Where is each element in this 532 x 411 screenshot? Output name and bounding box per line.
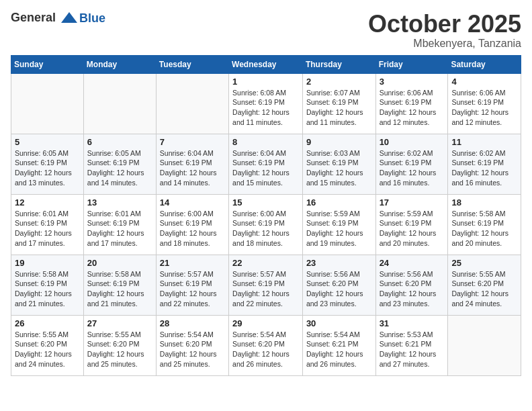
day-number: 6 bbox=[87, 137, 152, 147]
title-block: October 2025 Mbekenyera, Tanzania bbox=[368, 11, 521, 50]
calendar-cell: 2Sunrise: 6:07 AM Sunset: 6:19 PM Daylig… bbox=[302, 73, 375, 134]
logo: General Blue bbox=[11, 11, 105, 26]
day-info: Sunrise: 6:02 AM Sunset: 6:19 PM Dayligh… bbox=[380, 148, 445, 188]
day-info: Sunrise: 5:53 AM Sunset: 6:21 PM Dayligh… bbox=[380, 330, 445, 369]
day-number: 9 bbox=[306, 137, 372, 147]
day-info: Sunrise: 6:00 AM Sunset: 6:19 PM Dayligh… bbox=[160, 209, 225, 248]
svg-marker-0 bbox=[61, 12, 77, 23]
calendar-cell: 24Sunrise: 5:56 AM Sunset: 6:20 PM Dayli… bbox=[375, 255, 448, 315]
calendar-cell: 23Sunrise: 5:56 AM Sunset: 6:20 PM Dayli… bbox=[302, 255, 375, 315]
calendar-cell: 30Sunrise: 5:54 AM Sunset: 6:21 PM Dayli… bbox=[302, 315, 375, 375]
day-info: Sunrise: 5:58 AM Sunset: 6:19 PM Dayligh… bbox=[451, 209, 517, 248]
calendar-cell: 19Sunrise: 5:58 AM Sunset: 6:19 PM Dayli… bbox=[11, 255, 84, 315]
calendar-header-wednesday: Wednesday bbox=[229, 55, 303, 73]
calendar-cell bbox=[448, 315, 521, 375]
day-info: Sunrise: 5:54 AM Sunset: 6:21 PM Dayligh… bbox=[306, 330, 372, 369]
day-info: Sunrise: 5:58 AM Sunset: 6:19 PM Dayligh… bbox=[87, 269, 152, 309]
calendar-cell: 7Sunrise: 6:04 AM Sunset: 6:19 PM Daylig… bbox=[156, 134, 228, 194]
day-number: 5 bbox=[15, 137, 80, 147]
calendar-cell bbox=[83, 73, 156, 134]
day-number: 1 bbox=[232, 77, 299, 87]
calendar-cell: 1Sunrise: 6:08 AM Sunset: 6:19 PM Daylig… bbox=[229, 73, 303, 134]
day-info: Sunrise: 6:02 AM Sunset: 6:19 PM Dayligh… bbox=[451, 148, 517, 188]
calendar-cell: 11Sunrise: 6:02 AM Sunset: 6:19 PM Dayli… bbox=[448, 134, 521, 194]
day-number: 22 bbox=[232, 258, 299, 268]
logo-general: General bbox=[11, 11, 56, 24]
day-info: Sunrise: 5:59 AM Sunset: 6:19 PM Dayligh… bbox=[306, 209, 372, 248]
calendar-header-sunday: Sunday bbox=[11, 55, 84, 73]
calendar-week-row: 5Sunrise: 6:05 AM Sunset: 6:19 PM Daylig… bbox=[11, 134, 521, 194]
calendar-week-row: 12Sunrise: 6:01 AM Sunset: 6:19 PM Dayli… bbox=[11, 194, 521, 255]
calendar-header-friday: Friday bbox=[375, 55, 448, 73]
calendar-cell bbox=[11, 73, 84, 134]
day-number: 11 bbox=[451, 137, 517, 147]
logo-icon bbox=[60, 11, 79, 26]
location-title: Mbekenyera, Tanzania bbox=[368, 38, 521, 50]
day-number: 14 bbox=[160, 197, 225, 208]
calendar-cell: 15Sunrise: 6:00 AM Sunset: 6:19 PM Dayli… bbox=[229, 194, 303, 255]
calendar-cell: 10Sunrise: 6:02 AM Sunset: 6:19 PM Dayli… bbox=[375, 134, 448, 194]
calendar-week-row: 19Sunrise: 5:58 AM Sunset: 6:19 PM Dayli… bbox=[11, 255, 521, 315]
calendar-week-row: 1Sunrise: 6:08 AM Sunset: 6:19 PM Daylig… bbox=[11, 73, 521, 134]
page-header: General Blue October 2025 Mbekenyera, Ta… bbox=[11, 11, 521, 50]
day-number: 7 bbox=[160, 137, 225, 147]
calendar-header-tuesday: Tuesday bbox=[156, 55, 228, 73]
calendar-cell: 4Sunrise: 6:06 AM Sunset: 6:19 PM Daylig… bbox=[448, 73, 521, 134]
day-number: 8 bbox=[232, 137, 299, 147]
day-number: 28 bbox=[160, 318, 225, 328]
day-number: 13 bbox=[87, 197, 152, 208]
day-info: Sunrise: 5:54 AM Sunset: 6:20 PM Dayligh… bbox=[232, 330, 299, 369]
calendar-cell: 26Sunrise: 5:55 AM Sunset: 6:20 PM Dayli… bbox=[11, 315, 84, 375]
day-number: 26 bbox=[15, 318, 80, 328]
day-info: Sunrise: 5:57 AM Sunset: 6:19 PM Dayligh… bbox=[160, 269, 225, 309]
day-info: Sunrise: 6:03 AM Sunset: 6:19 PM Dayligh… bbox=[306, 148, 372, 188]
day-number: 27 bbox=[87, 318, 152, 328]
day-info: Sunrise: 6:05 AM Sunset: 6:19 PM Dayligh… bbox=[87, 148, 152, 188]
day-info: Sunrise: 5:55 AM Sunset: 6:20 PM Dayligh… bbox=[15, 330, 80, 369]
calendar-cell: 21Sunrise: 5:57 AM Sunset: 6:19 PM Dayli… bbox=[156, 255, 228, 315]
calendar-cell: 28Sunrise: 5:54 AM Sunset: 6:20 PM Dayli… bbox=[156, 315, 228, 375]
day-number: 29 bbox=[232, 318, 299, 328]
calendar-cell: 31Sunrise: 5:53 AM Sunset: 6:21 PM Dayli… bbox=[375, 315, 448, 375]
day-info: Sunrise: 5:54 AM Sunset: 6:20 PM Dayligh… bbox=[160, 330, 225, 369]
calendar-header-monday: Monday bbox=[83, 55, 156, 73]
day-info: Sunrise: 6:00 AM Sunset: 6:19 PM Dayligh… bbox=[232, 209, 299, 248]
day-number: 18 bbox=[451, 197, 517, 208]
day-info: Sunrise: 5:56 AM Sunset: 6:20 PM Dayligh… bbox=[380, 269, 445, 309]
logo-blue: Blue bbox=[79, 11, 105, 26]
day-info: Sunrise: 6:01 AM Sunset: 6:19 PM Dayligh… bbox=[87, 209, 152, 248]
logo-text: General bbox=[11, 11, 79, 26]
day-number: 4 bbox=[451, 77, 517, 87]
day-number: 3 bbox=[380, 77, 445, 87]
day-number: 19 bbox=[15, 258, 80, 268]
day-number: 20 bbox=[87, 258, 152, 268]
calendar-cell: 18Sunrise: 5:58 AM Sunset: 6:19 PM Dayli… bbox=[448, 194, 521, 255]
day-number: 25 bbox=[451, 258, 517, 268]
day-number: 2 bbox=[306, 77, 372, 87]
day-number: 30 bbox=[306, 318, 372, 328]
day-info: Sunrise: 6:01 AM Sunset: 6:19 PM Dayligh… bbox=[15, 209, 80, 248]
calendar-header-row: SundayMondayTuesdayWednesdayThursdayFrid… bbox=[11, 55, 521, 73]
day-number: 21 bbox=[160, 258, 225, 268]
day-info: Sunrise: 5:55 AM Sunset: 6:20 PM Dayligh… bbox=[451, 269, 517, 309]
day-number: 12 bbox=[15, 197, 80, 208]
calendar-cell: 9Sunrise: 6:03 AM Sunset: 6:19 PM Daylig… bbox=[302, 134, 375, 194]
calendar-cell: 14Sunrise: 6:00 AM Sunset: 6:19 PM Dayli… bbox=[156, 194, 228, 255]
calendar-cell: 29Sunrise: 5:54 AM Sunset: 6:20 PM Dayli… bbox=[229, 315, 303, 375]
calendar-cell: 12Sunrise: 6:01 AM Sunset: 6:19 PM Dayli… bbox=[11, 194, 84, 255]
calendar-cell: 6Sunrise: 6:05 AM Sunset: 6:19 PM Daylig… bbox=[83, 134, 156, 194]
calendar-table: SundayMondayTuesdayWednesdayThursdayFrid… bbox=[11, 55, 521, 376]
day-info: Sunrise: 6:07 AM Sunset: 6:19 PM Dayligh… bbox=[306, 88, 372, 128]
day-info: Sunrise: 6:04 AM Sunset: 6:19 PM Dayligh… bbox=[232, 148, 299, 188]
day-info: Sunrise: 6:06 AM Sunset: 6:19 PM Dayligh… bbox=[451, 88, 517, 128]
calendar-cell: 22Sunrise: 5:57 AM Sunset: 6:19 PM Dayli… bbox=[229, 255, 303, 315]
day-number: 31 bbox=[380, 318, 445, 328]
calendar-cell: 3Sunrise: 6:06 AM Sunset: 6:19 PM Daylig… bbox=[375, 73, 448, 134]
calendar-cell: 13Sunrise: 6:01 AM Sunset: 6:19 PM Dayli… bbox=[83, 194, 156, 255]
day-info: Sunrise: 5:56 AM Sunset: 6:20 PM Dayligh… bbox=[306, 269, 372, 309]
month-title: October 2025 bbox=[368, 11, 521, 38]
calendar-cell: 25Sunrise: 5:55 AM Sunset: 6:20 PM Dayli… bbox=[448, 255, 521, 315]
calendar-cell: 27Sunrise: 5:55 AM Sunset: 6:20 PM Dayli… bbox=[83, 315, 156, 375]
calendar-cell: 8Sunrise: 6:04 AM Sunset: 6:19 PM Daylig… bbox=[229, 134, 303, 194]
day-number: 23 bbox=[306, 258, 372, 268]
